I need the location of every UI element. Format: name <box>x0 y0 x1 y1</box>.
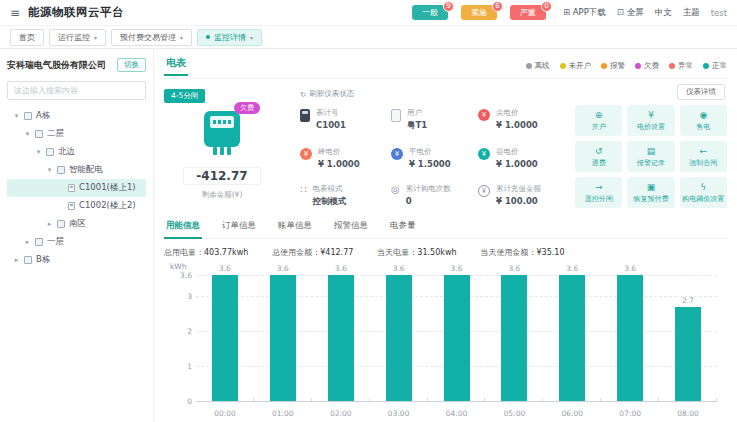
tree-node[interactable]: ▸南区 <box>7 215 146 233</box>
tree-node-label: A栋 <box>36 110 50 122</box>
expander-icon: ▸ <box>24 238 31 246</box>
action-threshold-setting[interactable]: ϟ购电阈值设置 <box>680 177 727 208</box>
main-panel: 电表 离线未开户报警欠费异常正常 4-5分闸 欠费 <box>154 49 737 422</box>
detail-tab-报警信息[interactable]: 报警信息 <box>332 216 370 238</box>
download-icon: ⊞ <box>563 7 573 17</box>
fullscreen-button[interactable]: ⊡ 全屏 <box>617 7 644 19</box>
y-tick-label: 3.6 <box>168 271 192 280</box>
menu-toggle-icon[interactable]: ≡ <box>10 6 20 20</box>
refresh-meter-status[interactable]: ↻ 刷新仪表状态 <box>300 89 569 99</box>
detail-tab-电参量[interactable]: 电参量 <box>388 216 418 238</box>
tree-node[interactable]: ▸B栋 <box>7 251 146 269</box>
tree-node-label: B栋 <box>36 254 50 266</box>
action-alarm-record[interactable]: ▤报警记录 <box>627 141 674 172</box>
action-restore-prepaid[interactable]: ▣恢复预付费 <box>627 177 674 208</box>
nav-tab-bar: 首页运行监控▾预付费交易管理▾监控详情▾ <box>0 26 737 49</box>
expander-icon: ▾ <box>24 130 31 138</box>
chart-slot: 3.6 <box>254 275 312 401</box>
tree-node-label: 智能配电 <box>69 164 103 176</box>
alarm-level-button[interactable]: 紧急6 <box>461 5 497 20</box>
alarm-level-button[interactable]: 一般9 <box>412 5 448 20</box>
detail-tab-用能信息[interactable]: 用能信息 <box>164 216 202 239</box>
meter-field: ¥累计充值金额¥ 100.00 <box>478 184 565 208</box>
chart-slots: 3.63.63.63.63.63.63.63.62.7 <box>196 275 717 401</box>
language-switch[interactable]: 中文 <box>655 7 672 19</box>
action-label: 售电 <box>696 122 710 132</box>
remote-open-switch-icon: → <box>595 182 603 192</box>
meter-fields-column: ↻ 刷新仪表状态 表计号C1001用户粤T1¥尖电价¥ 1.0000¥峰电价¥ … <box>286 89 569 208</box>
meter-details-button[interactable]: 仪表详情 <box>677 84 725 100</box>
field-value: 0 <box>406 196 451 206</box>
tab-electric-meter[interactable]: 电表 <box>164 56 188 76</box>
energy-bar-chart: kWh 01233.63.63.63.63.63.63.63.63.62.7 0… <box>164 262 727 418</box>
field-value: ¥ 1.0000 <box>496 159 538 169</box>
action-refund[interactable]: ↺退费 <box>575 141 622 172</box>
meter-field: 表计号C1001 <box>300 108 383 132</box>
chart-x-axis-labels: 00:0001:0002:0003:0004:0005:0006:0007:00… <box>196 409 717 418</box>
nav-tab-运行监控[interactable]: 运行监控▾ <box>49 29 106 46</box>
action-price-setting[interactable]: ¥电价设置 <box>627 105 674 136</box>
alarm-level-button[interactable]: 严重0 <box>510 5 546 20</box>
nav-tab-label: 监控详情 <box>214 32 246 43</box>
field-text: 平电价¥ 1.5000 <box>409 147 451 169</box>
x-tick-label: 05:00 <box>485 409 543 418</box>
tree-node[interactable]: ▾A栋 <box>7 107 146 125</box>
legend-label: 欠费 <box>644 61 659 71</box>
user-menu[interactable]: test <box>711 8 727 18</box>
alarm-level-label: 严重 <box>520 8 536 17</box>
field-value: 粤T1 <box>407 120 427 132</box>
refresh-label: 刷新仪表状态 <box>309 89 354 99</box>
action-remote-open-switch[interactable]: →遥控分闸 <box>575 177 622 208</box>
legend-item: 欠费 <box>635 61 659 71</box>
tree-node-label: C1002(楼上2) <box>79 200 136 212</box>
action-sell-power[interactable]: ◉售电 <box>680 105 727 136</box>
tree-node[interactable]: ▾智能配电 <box>7 161 146 179</box>
remaining-balance-value: -412.77 <box>183 167 260 185</box>
nav-tab-首页[interactable]: 首页 <box>10 29 44 46</box>
account-open-icon: ⊕ <box>595 110 603 120</box>
nav-tab-监控详情[interactable]: 监控详情▾ <box>197 29 262 46</box>
action-force-close-switch[interactable]: ←强制合闸 <box>680 141 727 172</box>
tree-node[interactable]: ▸一层 <box>7 233 146 251</box>
detail-tab-账单信息[interactable]: 账单信息 <box>276 216 314 238</box>
bar <box>270 275 296 401</box>
tree-search-input[interactable] <box>7 81 146 100</box>
fullscreen-icon: ⊡ <box>617 7 627 17</box>
app-download-link[interactable]: ⊞ APP下载 <box>563 7 606 19</box>
field-label: 尖电价 <box>496 108 538 118</box>
field-text: 累计购电次数0 <box>406 184 451 206</box>
action-account-open[interactable]: ⊕开户 <box>575 105 622 136</box>
company-name: 安科瑞电气股份有限公司 <box>7 59 106 72</box>
meter-icon <box>68 202 75 210</box>
switch-company-button[interactable]: 切换 <box>117 58 146 72</box>
threshold-setting-icon: ϟ <box>700 182 706 192</box>
field-text: 尖电价¥ 1.0000 <box>496 108 538 130</box>
bar-value-label: 3.6 <box>277 264 289 273</box>
x-tick-label: 03:00 <box>370 409 428 418</box>
tree-node[interactable]: ▾北边 <box>7 143 146 161</box>
tree-node[interactable]: ▾二层 <box>7 125 146 143</box>
meter-field: ∷电表模式控制模式 <box>300 184 383 208</box>
tree-node[interactable]: C1002(楼上2) <box>7 197 146 215</box>
detail-tab-订单信息[interactable]: 订单信息 <box>220 216 258 238</box>
bar-value-label: 2.7 <box>682 296 694 305</box>
bar-value-label: 3.6 <box>566 264 578 273</box>
device-tree-sidebar: 安科瑞电气股份有限公司 切换 ▾A栋▾二层▾北边▾智能配电C1001(楼上1)C… <box>0 49 154 422</box>
nav-tab-预付费交易管理[interactable]: 预付费交易管理▾ <box>111 29 192 46</box>
meter-icon <box>68 184 75 192</box>
bar <box>212 275 238 401</box>
meter-field: ¥尖电价¥ 1.0000 <box>478 108 565 132</box>
building-icon <box>24 112 32 120</box>
active-dot-icon <box>206 35 210 39</box>
legend-dot-icon <box>601 63 607 69</box>
expander-icon: ▾ <box>13 112 20 120</box>
theme-switch[interactable]: 主题 <box>683 7 700 19</box>
tree-node[interactable]: C1001(楼上1) <box>7 179 146 197</box>
alarm-count-badge: 0 <box>541 1 552 12</box>
bar-value-label: 3.6 <box>219 264 231 273</box>
top-header: ≡ 能源物联网云平台 一般9紧急6严重0 ⊞ APP下载 ⊡ 全屏 中文 主题 … <box>0 0 737 26</box>
stat-item: 当天使用金额¥35.10 <box>481 247 565 258</box>
app-download-label: APP下载 <box>573 7 606 17</box>
device-tree: ▾A栋▾二层▾北边▾智能配电C1001(楼上1)C1002(楼上2)▸南区▸一层… <box>7 107 146 269</box>
meter-actions-column: 仪表详情 ⊕开户¥电价设置◉售电↺退费▤报警记录←强制合闸→遥控分闸▣恢复预付费… <box>575 89 727 208</box>
